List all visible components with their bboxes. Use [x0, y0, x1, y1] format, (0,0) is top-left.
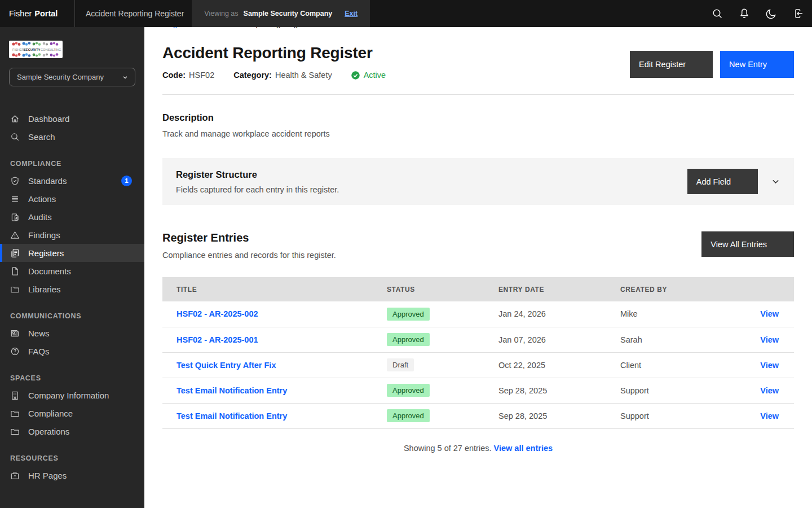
- logo-word-3: CONSULTING: [41, 48, 61, 51]
- entry-created-by: Support: [615, 403, 699, 428]
- company-select[interactable]: Sample Security Company: [9, 68, 135, 86]
- sidebar-item-faqs[interactable]: FAQs: [0, 342, 144, 360]
- folder-icon: [10, 427, 20, 436]
- entry-date: Sep 28, 2025: [493, 403, 615, 428]
- page-title: Accident Reporting Register: [162, 44, 386, 62]
- search-icon: [10, 132, 20, 142]
- register-category: Category: Health & Safety: [233, 71, 332, 80]
- new-entry-button[interactable]: New Entry: [720, 51, 794, 78]
- shield-check-icon: [10, 176, 20, 186]
- view-entry-link[interactable]: View: [760, 411, 779, 421]
- sidebar-item-dashboard[interactable]: Dashboard: [0, 110, 144, 128]
- sidebar-item-standards[interactable]: Standards 1: [0, 172, 144, 190]
- entry-status-badge: Draft: [387, 358, 414, 371]
- add-field-button[interactable]: Add Field: [687, 169, 758, 194]
- expand-structure-button[interactable]: [771, 177, 780, 186]
- document-icon: [10, 266, 20, 276]
- sidebar-item-actions[interactable]: Actions: [0, 190, 144, 208]
- sidebar-item-label: Standards: [28, 176, 67, 186]
- sidebar-item-findings[interactable]: Findings: [0, 226, 144, 244]
- status-text: Active: [364, 71, 386, 80]
- nav-group-compliance: COMPLIANCE: [0, 160, 144, 168]
- entries-table-header: TITLE STATUS ENTRY DATE CREATED BY: [162, 277, 794, 301]
- brand-primary: Fisher: [9, 9, 32, 18]
- sidebar-item-company-information[interactable]: Company Information: [0, 386, 144, 404]
- register-icon: [10, 248, 20, 258]
- search-icon[interactable]: [704, 0, 731, 27]
- entry-title-link[interactable]: HSF02 - AR-2025-002: [176, 309, 258, 318]
- register-entries-header: Register Entries Compliance entries and …: [162, 231, 794, 260]
- home-icon: [10, 114, 20, 124]
- sidebar-item-label: Libraries: [28, 284, 61, 294]
- sidebar-item-news[interactable]: News: [0, 324, 144, 342]
- view-entry-link[interactable]: View: [760, 335, 779, 344]
- chevron-down-icon: [771, 177, 780, 186]
- entry-title-link[interactable]: Test Quick Entry After Fix: [176, 361, 276, 370]
- viewing-as-chip: Viewing as Sample Security Company Exit: [192, 0, 370, 27]
- standards-count-badge: 1: [121, 176, 132, 186]
- register-entries-text: Register Entries Compliance entries and …: [162, 231, 336, 260]
- sidebar-item-hr-pages[interactable]: HR Pages: [0, 466, 144, 484]
- list-icon: [10, 194, 20, 204]
- status-badge: Active: [351, 71, 386, 80]
- entry-created-by: Client: [615, 352, 699, 378]
- view-entry-link[interactable]: View: [760, 386, 779, 395]
- warning-icon: [10, 230, 20, 240]
- entry-created-by: Sarah: [615, 327, 699, 352]
- sidebar-item-label: Findings: [28, 230, 60, 240]
- sidebar-item-operations[interactable]: Operations: [0, 422, 144, 440]
- view-all-entries-button[interactable]: View All Entries: [701, 231, 794, 257]
- entry-status-badge: Approved: [387, 409, 430, 422]
- brand-secondary: Portal: [34, 9, 58, 18]
- sidebar-item-documents[interactable]: Documents: [0, 262, 144, 280]
- exit-viewing-link[interactable]: Exit: [345, 10, 358, 17]
- sidebar-item-libraries[interactable]: Libraries: [0, 280, 144, 298]
- sidebar: FISHER SECURITY CONSULTING Sample Securi…: [0, 27, 144, 508]
- column-header-status: STATUS: [381, 277, 493, 301]
- sidebar-item-label: Actions: [28, 194, 56, 204]
- brand[interactable]: Fisher Portal: [0, 0, 75, 27]
- sidebar-item-label: FAQs: [28, 347, 50, 356]
- page-header-actions: Edit Register New Entry: [630, 51, 794, 78]
- column-header-title: TITLE: [162, 277, 381, 301]
- company-logo: FISHER SECURITY CONSULTING: [9, 41, 63, 58]
- register-meta: Code: HSF02 Category: Health & Safety Ac…: [162, 71, 386, 80]
- sidebar-item-label: HR Pages: [28, 471, 67, 480]
- viewing-as-company: Sample Security Company: [244, 10, 333, 17]
- sidebar-item-label: Dashboard: [28, 114, 69, 124]
- edit-register-button[interactable]: Edit Register: [630, 51, 713, 78]
- entry-status-badge: Approved: [387, 308, 430, 321]
- nav-group-spaces: SPACES: [0, 374, 144, 382]
- sidebar-item-label: Registers: [28, 248, 64, 258]
- register-structure-panel: Register Structure Fields captured for e…: [162, 158, 794, 205]
- folder-icon: [10, 284, 20, 294]
- entries-table: TITLE STATUS ENTRY DATE CREATED BY HSF02…: [162, 277, 794, 429]
- dark-mode-icon[interactable]: [758, 0, 785, 27]
- main-content: Registers / Accident Reporting Register …: [144, 0, 812, 453]
- notifications-icon[interactable]: [731, 0, 758, 27]
- entry-date: Jan 24, 2026: [493, 301, 615, 327]
- view-all-entries-link[interactable]: View all entries: [494, 444, 553, 453]
- view-entry-link[interactable]: View: [760, 309, 779, 318]
- entry-title-link[interactable]: Test Email Notification Entry: [176, 386, 287, 395]
- table-row: HSF02 - AR-2025-002 Approved Jan 24, 202…: [162, 301, 794, 327]
- company-select-value: Sample Security Company: [17, 73, 104, 81]
- view-entry-link[interactable]: View: [760, 361, 779, 370]
- description-heading: Description: [162, 112, 794, 123]
- sidebar-item-audits[interactable]: Audits: [0, 208, 144, 226]
- sidebar-item-label: Audits: [28, 212, 52, 222]
- page-header-left: Accident Reporting Register Code: HSF02 …: [162, 44, 386, 80]
- entry-title-link[interactable]: Test Email Notification Entry: [176, 411, 287, 421]
- news-icon: [10, 329, 20, 338]
- entry-date: Sep 28, 2025: [493, 378, 615, 403]
- check-circle-icon: [351, 71, 360, 80]
- entry-created-by: Mike: [615, 301, 699, 327]
- register-structure-actions: Add Field: [687, 169, 780, 194]
- login-icon[interactable]: [785, 0, 812, 27]
- sidebar-item-search[interactable]: Search: [0, 128, 144, 146]
- sidebar-item-label: Operations: [28, 427, 69, 436]
- sidebar-item-registers[interactable]: Registers: [0, 244, 144, 262]
- entries-summary: Showing 5 of 27 entries.: [404, 444, 492, 453]
- sidebar-item-compliance-space[interactable]: Compliance: [0, 404, 144, 422]
- entry-title-link[interactable]: HSF02 - AR-2025-001: [176, 335, 258, 344]
